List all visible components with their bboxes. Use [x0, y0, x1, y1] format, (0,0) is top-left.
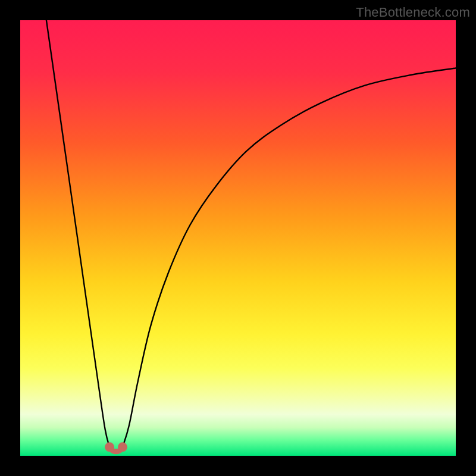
chart-frame: TheBottleneck.com [0, 0, 476, 476]
curve-left-branch [46, 20, 109, 447]
valley-knob-left [105, 442, 114, 452]
valley-knob-right [118, 442, 127, 452]
curve-right-branch [123, 68, 456, 447]
bottleneck-curve [20, 20, 456, 456]
watermark-text: TheBottleneck.com [356, 5, 470, 20]
plot-area [20, 20, 456, 456]
